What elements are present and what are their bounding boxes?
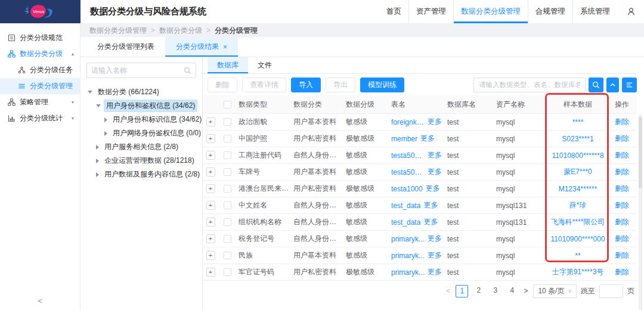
tree-node[interactable]: 用户网络身份鉴权信息 (0/0) (86, 126, 196, 140)
expand-arrow-icon[interactable] (88, 91, 92, 94)
sidebar-item-classification-task[interactable]: 分类分级任务 (0, 62, 80, 78)
delete-button[interactable]: 删除 (208, 78, 237, 92)
tab-classification-result[interactable]: 分类分级结果 × (165, 37, 238, 57)
row-checkbox[interactable] (224, 118, 231, 126)
tree-search-input[interactable] (91, 66, 184, 75)
breadcrumb-item[interactable]: 数据分类分级 (159, 26, 202, 36)
expand-row-button[interactable]: + (206, 117, 215, 126)
expand-row-button[interactable]: + (206, 151, 215, 160)
collapse-search-button[interactable] (606, 78, 619, 92)
more-link[interactable]: 更多 (428, 234, 442, 244)
table-name-link[interactable]: testa1000 (391, 185, 423, 193)
tree-node[interactable]: 用户数据及服务内容信息 (2/8) (86, 168, 196, 181)
table-name-link[interactable]: member (391, 135, 417, 143)
nav-home[interactable]: 首页 (379, 0, 409, 23)
table-name-link[interactable]: test_data (391, 218, 420, 227)
row-checkbox[interactable] (224, 252, 231, 259)
breadcrumb-item[interactable]: 数据分类分级管理 (89, 26, 147, 36)
tab-database[interactable]: 数据库 (208, 57, 248, 73)
table-name-link[interactable]: primaryk... (391, 235, 425, 243)
page-jump-input[interactable] (599, 284, 623, 298)
row-checkbox[interactable] (224, 135, 231, 142)
row-checkbox[interactable] (224, 218, 231, 226)
sample-data-link[interactable]: 士字第91****3号 (552, 268, 604, 276)
collapse-arrow-icon[interactable] (104, 117, 107, 122)
sample-data-link[interactable]: 11010800******8 (552, 151, 603, 160)
collapse-arrow-icon[interactable] (96, 159, 99, 163)
more-link[interactable]: 更多 (428, 150, 442, 160)
table-search-input[interactable] (479, 81, 580, 88)
prev-page-button[interactable]: < (445, 287, 451, 295)
delete-row-link[interactable]: 删除 (615, 234, 629, 243)
expand-row-button[interactable]: + (206, 268, 215, 277)
delete-row-link[interactable]: 删除 (615, 134, 629, 142)
row-checkbox[interactable] (224, 202, 231, 209)
delete-row-link[interactable]: 删除 (615, 168, 629, 176)
more-link[interactable]: 更多 (426, 184, 440, 194)
row-checkbox[interactable] (224, 168, 231, 176)
sample-data-link[interactable]: ** (575, 252, 580, 260)
table-name-link[interactable]: testa50000 (391, 151, 425, 160)
select-all-checkbox[interactable] (224, 101, 231, 108)
delete-row-link[interactable]: 删除 (615, 184, 629, 193)
delete-row-link[interactable]: 删除 (615, 151, 629, 159)
delete-row-link[interactable]: 删除 (615, 218, 629, 226)
search-button[interactable] (589, 78, 603, 92)
sidebar-item-data-classification[interactable]: 数据分类分级 ▲ (0, 46, 80, 62)
tree-node[interactable]: 用户身份和标识信息 (34/62) (86, 113, 196, 126)
expand-row-button[interactable]: + (206, 168, 215, 176)
row-checkbox[interactable] (224, 268, 231, 276)
tree-node[interactable]: 数据分类 (66/1224) (86, 85, 196, 99)
more-link[interactable]: 更多 (423, 217, 438, 227)
row-checkbox[interactable] (224, 185, 231, 193)
page-number[interactable]: 4 (506, 285, 518, 297)
sidebar-item-classification-statistics[interactable]: 分类分级统计 ▼ (0, 110, 80, 126)
table-name-link[interactable]: testa50000 (391, 168, 425, 176)
nav-asset-management[interactable]: 资产管理 (409, 0, 454, 23)
delete-row-link[interactable]: 删除 (615, 117, 629, 126)
expand-row-button[interactable]: + (206, 234, 215, 243)
page-number[interactable]: 3 (489, 285, 501, 297)
sample-data-link[interactable]: **** (572, 118, 584, 126)
page-size-select[interactable]: 10 条/页 ∨ (533, 284, 577, 298)
collapse-arrow-icon[interactable] (104, 131, 107, 136)
table-name-link[interactable]: foreignke... (391, 118, 425, 126)
sidebar-collapse-button[interactable]: < (0, 296, 80, 305)
export-button[interactable]: 导出 (326, 78, 355, 92)
sample-data-link[interactable]: 飞海科****限公司 (551, 218, 605, 226)
expand-row-button[interactable]: + (206, 201, 215, 210)
more-link[interactable]: 更多 (428, 117, 442, 127)
more-link[interactable]: 更多 (420, 134, 435, 144)
row-checkbox[interactable] (224, 235, 231, 243)
next-page-button[interactable]: > (522, 287, 529, 295)
delete-row-link[interactable]: 删除 (615, 201, 629, 209)
nav-data-classification[interactable]: 数据分类分级管理 (454, 0, 528, 23)
tab-file[interactable]: 文件 (248, 57, 281, 73)
nav-compliance-management[interactable]: 合规管理 (528, 0, 573, 23)
more-link[interactable]: 更多 (428, 250, 442, 261)
import-button[interactable]: 导入 (291, 78, 321, 92)
more-link[interactable]: 更多 (428, 267, 442, 277)
sidebar-item-classification-management[interactable]: 分类分级管理 (0, 78, 80, 94)
expand-row-button[interactable]: + (206, 251, 215, 260)
nav-system-management[interactable]: 系统管理 (573, 0, 617, 23)
sample-data-link[interactable]: 蒙E7***0 (564, 168, 592, 176)
vertical-scrollbar[interactable] (639, 114, 642, 310)
expand-row-button[interactable]: + (206, 218, 215, 227)
scrollbar-thumb[interactable] (639, 117, 642, 188)
more-link[interactable]: 更多 (423, 200, 438, 210)
table-name-link[interactable]: primaryk... (391, 252, 425, 260)
delete-row-link[interactable]: 删除 (615, 268, 629, 276)
table-name-link[interactable]: test_data (391, 202, 420, 210)
expand-row-button[interactable]: + (206, 184, 215, 193)
tree-node[interactable]: 企业运营管理数据 (28/1218) (86, 154, 196, 168)
model-training-button[interactable]: 模型训练 (360, 78, 404, 92)
sample-data-link[interactable]: M1234****** (559, 185, 597, 193)
sample-data-link[interactable]: S023****1 (562, 135, 593, 143)
table-name-link[interactable]: primaryk... (391, 268, 425, 277)
user-menu-button[interactable] (623, 0, 644, 23)
sidebar-item-strategy-management[interactable]: 策略管理 ▼ (0, 94, 80, 110)
expand-arrow-icon[interactable] (96, 104, 101, 107)
collapse-arrow-icon[interactable] (96, 172, 99, 177)
delete-row-link[interactable]: 删除 (615, 251, 629, 259)
